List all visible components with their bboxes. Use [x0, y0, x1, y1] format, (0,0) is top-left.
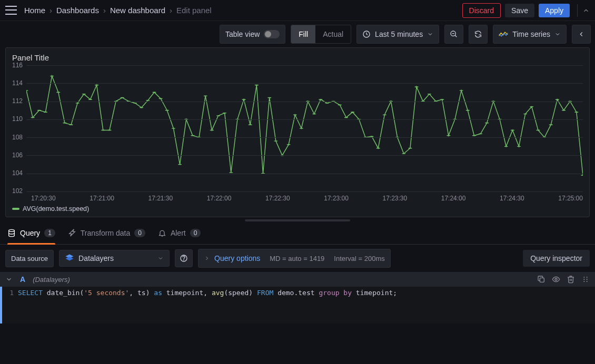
- drag-query-handle[interactable]: [581, 275, 590, 284]
- chevron-down-icon[interactable]: [5, 276, 13, 283]
- chart-area[interactable]: 116114112110108106104102: [12, 65, 583, 191]
- svg-point-65: [414, 86, 418, 87]
- crumb-new-dashboard[interactable]: New dashboard: [110, 6, 165, 15]
- copy-icon: [537, 275, 546, 284]
- svg-point-24: [152, 92, 156, 93]
- sql-editor[interactable]: 1 SELECT date_bin('5 seconds', ts) as ti…: [0, 287, 595, 323]
- chevron-right-icon: ›: [49, 6, 52, 15]
- toggle-query-visibility-button[interactable]: [552, 275, 560, 284]
- datalayers-logo-icon: [65, 254, 74, 263]
- svg-point-101: [583, 281, 584, 282]
- tab-alert[interactable]: Alert 0: [158, 221, 201, 244]
- chevron-right-icon: ›: [170, 6, 172, 15]
- crumb-edit-panel: Edit panel: [176, 6, 212, 15]
- resize-handle[interactable]: [0, 217, 595, 221]
- copy-query-button[interactable]: [537, 275, 546, 284]
- chevron-right-icon: [204, 255, 210, 261]
- svg-point-5: [31, 117, 34, 118]
- svg-point-16: [101, 130, 105, 131]
- svg-point-69: [440, 99, 444, 100]
- chevron-down-icon: [157, 255, 164, 261]
- svg-point-63: [402, 153, 405, 154]
- chart-plot[interactable]: [26, 65, 583, 191]
- svg-point-59: [376, 148, 380, 149]
- tab-alert-badge: 0: [190, 229, 201, 237]
- svg-point-19: [121, 97, 124, 98]
- data-source-select[interactable]: Datalayers: [59, 250, 170, 267]
- svg-point-28: [178, 164, 182, 165]
- svg-point-9: [56, 92, 60, 93]
- svg-point-54: [344, 117, 348, 118]
- svg-point-100: [583, 279, 584, 280]
- tab-query-badge: 1: [44, 229, 55, 237]
- svg-point-11: [69, 124, 73, 125]
- expand-options-button[interactable]: [572, 25, 591, 44]
- discard-button[interactable]: Discard: [462, 3, 501, 18]
- svg-point-50: [319, 99, 322, 100]
- x-axis: 17:20:3017:21:0017:21:3017:22:0017:22:30…: [31, 195, 583, 202]
- query-inspector-button[interactable]: Query inspector: [523, 250, 590, 267]
- svg-point-83: [530, 106, 533, 107]
- svg-point-87: [556, 99, 559, 100]
- svg-point-17: [107, 130, 111, 131]
- crumb-home[interactable]: Home: [24, 6, 45, 15]
- breadcrumb: Home › Dashboards › New dashboard › Edit…: [24, 6, 212, 15]
- refresh-button[interactable]: [469, 25, 488, 44]
- sql-code[interactable]: SELECT date_bin('5 seconds', ts) as time…: [18, 287, 401, 323]
- svg-point-49: [312, 114, 316, 115]
- svg-point-27: [172, 128, 175, 129]
- svg-point-39: [249, 124, 252, 125]
- table-view-toggle[interactable]: Table view: [220, 25, 285, 44]
- save-button[interactable]: Save: [505, 4, 534, 17]
- svg-point-6: [37, 110, 41, 111]
- query-row-header[interactable]: A (Datalayers): [0, 272, 595, 287]
- actual-option[interactable]: Actual: [315, 25, 351, 43]
- time-range-picker[interactable]: Last 5 minutes: [356, 25, 439, 44]
- fill-option[interactable]: Fill: [291, 25, 315, 43]
- svg-point-40: [255, 85, 259, 86]
- switch-icon[interactable]: [264, 30, 280, 38]
- editor-tabs: Query 1 Transform data 0 Alert 0: [0, 221, 595, 245]
- svg-point-12: [76, 103, 80, 104]
- data-source-name: Datalayers: [78, 254, 114, 262]
- tab-transform-label: Transform data: [81, 229, 130, 237]
- svg-point-21: [133, 103, 137, 104]
- svg-point-75: [479, 133, 482, 134]
- svg-point-76: [485, 123, 489, 124]
- menu-icon[interactable]: [5, 5, 17, 16]
- query-ref-id[interactable]: A: [20, 275, 25, 284]
- fill-actual-segmented: Fill Actual: [291, 25, 351, 44]
- svg-point-33: [210, 130, 214, 131]
- crumb-dashboards[interactable]: Dashboards: [56, 6, 99, 15]
- viz-type-picker[interactable]: Time series: [493, 25, 567, 44]
- zoom-out-icon: [450, 30, 458, 38]
- delete-query-button[interactable]: [567, 275, 575, 284]
- svg-point-55: [351, 112, 354, 113]
- bell-icon: [158, 229, 166, 237]
- svg-point-34: [216, 115, 220, 116]
- svg-point-23: [146, 100, 150, 101]
- svg-point-104: [587, 281, 588, 282]
- svg-point-92: [9, 229, 15, 231]
- tab-transform[interactable]: Transform data 0: [68, 221, 145, 244]
- tab-query[interactable]: Query 1: [7, 221, 55, 244]
- svg-point-36: [229, 172, 233, 173]
- svg-rect-97: [540, 278, 544, 282]
- legend[interactable]: AVG(demo.test.speed): [12, 205, 583, 213]
- query-options[interactable]: Query options MD = auto = 1419 Interval …: [198, 249, 391, 268]
- data-source-help-button[interactable]: [175, 249, 193, 267]
- zoom-out-button[interactable]: [444, 25, 463, 44]
- svg-point-73: [466, 110, 470, 111]
- svg-point-84: [536, 130, 540, 131]
- apply-button[interactable]: Apply: [539, 4, 570, 17]
- panel: Panel Title 116114112110108106104102 17:…: [5, 47, 590, 217]
- transform-icon: [68, 229, 76, 237]
- svg-point-99: [583, 277, 584, 278]
- question-icon: [180, 254, 188, 262]
- chevron-up-icon[interactable]: [577, 4, 590, 17]
- panel-title[interactable]: Panel Title: [12, 53, 583, 62]
- trash-icon: [567, 275, 575, 284]
- svg-point-91: [581, 175, 583, 176]
- clock-icon: [362, 30, 371, 38]
- svg-point-51: [325, 103, 329, 104]
